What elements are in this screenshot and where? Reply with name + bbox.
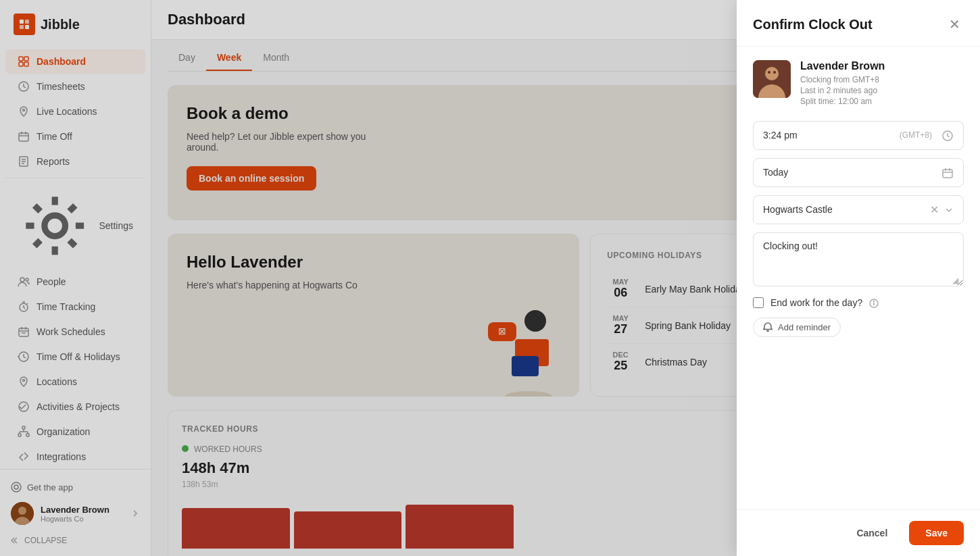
end-work-info-icon[interactable] bbox=[869, 297, 879, 308]
modal-last-seen: Last in 2 minutes ago bbox=[800, 86, 885, 95]
modal-avatar-img bbox=[753, 60, 791, 98]
modal-footer: Cancel Save bbox=[737, 509, 980, 556]
end-work-row: End work for the day? bbox=[753, 297, 964, 308]
time-value: 3:24 pm bbox=[763, 130, 798, 141]
modal-body: Lavender Brown Clocking from GMT+8 Last … bbox=[737, 47, 980, 509]
location-value: Hogwarts Castle bbox=[763, 204, 833, 215]
location-clear-icon[interactable]: ✕ bbox=[930, 203, 939, 216]
resize-icon: ◢ bbox=[952, 276, 958, 285]
modal-user-name: Lavender Brown bbox=[800, 60, 885, 72]
svg-point-68 bbox=[767, 330, 768, 332]
svg-point-66 bbox=[874, 301, 875, 301]
location-actions: ✕ bbox=[930, 203, 954, 216]
svg-point-57 bbox=[768, 71, 770, 74]
modal-title: Confirm Clock Out bbox=[753, 17, 873, 32]
location-field[interactable]: Hogwarts Castle ✕ bbox=[753, 195, 964, 224]
modal-user-avatar bbox=[753, 60, 791, 98]
time-field-right: (GMT+8) bbox=[900, 129, 954, 142]
date-field[interactable]: Today bbox=[753, 158, 964, 187]
location-dropdown-icon[interactable] bbox=[944, 204, 954, 215]
cancel-button[interactable]: Cancel bbox=[843, 521, 901, 545]
save-button[interactable]: Save bbox=[909, 521, 964, 545]
svg-point-58 bbox=[773, 71, 776, 74]
svg-rect-60 bbox=[943, 170, 952, 178]
modal-clocking-from: Clocking from GMT+8 bbox=[800, 75, 885, 84]
modal-split-time: Split time: 12:00 am bbox=[800, 97, 885, 106]
add-reminder-button[interactable]: Add reminder bbox=[753, 318, 841, 337]
calendar-icon bbox=[941, 166, 954, 179]
bell-icon bbox=[763, 322, 773, 332]
modal-close-button[interactable]: ✕ bbox=[945, 15, 964, 34]
time-field[interactable]: 3:24 pm (GMT+8) bbox=[753, 121, 964, 150]
note-textarea[interactable]: Clocking out! bbox=[753, 232, 964, 286]
svg-point-56 bbox=[765, 67, 779, 80]
modal-user-info: Lavender Brown Clocking from GMT+8 Last … bbox=[753, 60, 964, 107]
end-work-label: End work for the day? bbox=[770, 297, 862, 308]
date-value: Today bbox=[763, 167, 788, 178]
clock-icon bbox=[941, 129, 954, 142]
end-work-checkbox[interactable] bbox=[753, 297, 764, 308]
modal-user-details: Lavender Brown Clocking from GMT+8 Last … bbox=[800, 60, 885, 107]
confirm-clock-out-modal: Confirm Clock Out ✕ Lavender Brown Clock… bbox=[737, 0, 980, 556]
modal-header: Confirm Clock Out ✕ bbox=[737, 0, 980, 47]
gmt-label: (GMT+8) bbox=[900, 130, 932, 140]
note-wrapper: Clocking out! ◢ bbox=[753, 232, 964, 289]
